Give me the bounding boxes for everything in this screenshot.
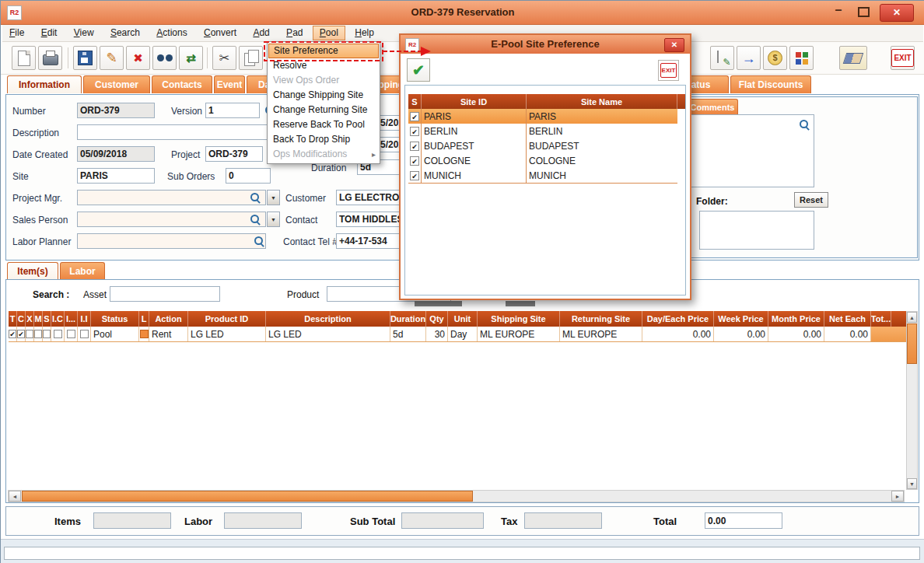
scroll-right-arrow[interactable]: ► xyxy=(891,491,904,502)
tab-items[interactable]: Item(s) xyxy=(7,262,58,280)
project-mgr-search-icon[interactable] xyxy=(250,192,261,203)
tab-information[interactable]: Information xyxy=(7,75,82,93)
sales-person-dropdown[interactable]: ▼ xyxy=(267,212,280,227)
description-field[interactable] xyxy=(77,124,271,140)
financial-button[interactable]: $ xyxy=(763,46,787,70)
row-checkbox-t[interactable]: ✔ xyxy=(9,330,16,338)
reset-button[interactable]: Reset xyxy=(794,192,828,208)
sub-orders-field[interactable] xyxy=(226,168,271,184)
site-checkbox[interactable]: ✔ xyxy=(410,156,419,166)
col-site-id[interactable]: Site ID xyxy=(422,94,527,109)
vertical-scroll-thumb[interactable] xyxy=(907,323,917,364)
site-checkbox[interactable]: ✔ xyxy=(410,171,419,180)
col-net-each[interactable]: Net Each xyxy=(824,311,871,327)
menu-item-resolve[interactable]: Resolve xyxy=(268,58,379,73)
site-row-berlin[interactable]: ✔ BERLIN BERLIN xyxy=(408,124,677,139)
dialog-exit-button[interactable]: EXIT xyxy=(658,60,679,81)
tax-field[interactable] xyxy=(524,512,602,529)
dialog-ok-button[interactable]: ✔ xyxy=(407,58,430,82)
scroll-up-arrow[interactable]: ▲ xyxy=(907,312,917,323)
sales-person-field[interactable] xyxy=(77,212,266,227)
col-month-price[interactable]: Month Price xyxy=(768,311,824,327)
delete-button[interactable]: ✖ xyxy=(126,46,150,70)
menu-pool[interactable]: Pool xyxy=(313,26,345,40)
menu-convert[interactable]: Convert xyxy=(197,26,243,40)
menu-item-back-to-drop-ship[interactable]: Back To Drop Ship xyxy=(268,132,379,147)
save-button[interactable] xyxy=(73,46,97,70)
labor-planner-search-icon[interactable] xyxy=(254,236,264,247)
col-duration[interactable]: Duration xyxy=(390,311,426,327)
transfer-button[interactable]: ⇄ xyxy=(179,46,203,70)
tab-labor[interactable]: Labor xyxy=(60,262,105,280)
col-status[interactable]: Status xyxy=(91,311,139,327)
project-field[interactable] xyxy=(205,146,263,162)
scroll-down-arrow[interactable]: ▼ xyxy=(907,478,917,489)
notes-button[interactable]: ✎ xyxy=(710,46,734,70)
version-field[interactable] xyxy=(205,103,260,118)
site-row-munich[interactable]: ✔ MUNICH MUNICH xyxy=(408,168,677,184)
col-product-id[interactable]: Product ID xyxy=(188,311,266,327)
col-day-each-price[interactable]: Day/Each Price xyxy=(642,311,714,327)
col-m[interactable]: M xyxy=(34,311,43,327)
tab-contacts[interactable]: Contacts xyxy=(152,75,212,93)
project-mgr-field[interactable] xyxy=(77,190,266,205)
col-shipping-site[interactable]: Shipping Site xyxy=(478,311,560,327)
site-row-budapest[interactable]: ✔ BUDAPEST BUDAPEST xyxy=(408,138,677,154)
menu-item-site-preference[interactable]: Site Preference xyxy=(268,44,379,58)
labor-planner-field[interactable] xyxy=(77,233,266,249)
network-button[interactable] xyxy=(789,46,814,70)
row-checkbox-ii[interactable] xyxy=(80,330,89,338)
menu-view[interactable]: View xyxy=(67,26,101,40)
site-checkbox[interactable]: ✔ xyxy=(410,127,419,136)
new-document-button[interactable] xyxy=(12,46,36,70)
maximize-button[interactable] xyxy=(852,2,872,19)
col-total[interactable]: Tot... xyxy=(871,311,891,327)
close-button[interactable]: ✕ xyxy=(880,4,914,22)
go-button[interactable]: → xyxy=(737,46,761,70)
menu-add[interactable]: Add xyxy=(246,26,276,40)
col-ic[interactable]: I.C xyxy=(51,311,65,327)
col-description[interactable]: Description xyxy=(266,311,390,327)
exit-button[interactable]: EXIT xyxy=(891,46,915,70)
print-button[interactable] xyxy=(38,46,62,70)
site-row-cologne[interactable]: ✔ COLOGNE COLOGNE xyxy=(408,153,677,169)
row-checkbox-i2[interactable] xyxy=(67,330,75,338)
scroll-left-arrow[interactable]: ◄ xyxy=(9,491,21,502)
vertical-scrollbar[interactable]: ▲ ▼ xyxy=(906,311,918,490)
tab-event[interactable]: Event xyxy=(214,75,245,93)
row-checkbox-x[interactable] xyxy=(26,330,33,338)
menu-search[interactable]: Search xyxy=(103,26,147,40)
project-mgr-dropdown[interactable]: ▼ xyxy=(267,190,280,205)
asset-search-input[interactable] xyxy=(110,286,220,302)
row-checkbox-ic[interactable] xyxy=(54,330,62,338)
col-returning-site[interactable]: Returning Site xyxy=(560,311,642,327)
comments-search-icon[interactable] xyxy=(799,119,810,130)
menu-help[interactable]: Help xyxy=(348,26,381,40)
col-c[interactable]: C xyxy=(17,311,26,327)
folder-textarea[interactable] xyxy=(699,211,814,250)
site-checkbox[interactable]: ✔ xyxy=(410,142,419,151)
col-ii[interactable]: I.I xyxy=(78,311,91,327)
menu-file[interactable]: File xyxy=(2,26,31,40)
table-row[interactable]: ✔ ✔ Pool Rent LG LED LG LED 5d 30 Day ML… xyxy=(9,327,908,342)
col-qty[interactable]: Qty xyxy=(426,311,448,327)
cut-button[interactable]: ✂ xyxy=(212,46,236,70)
col-selected[interactable]: S xyxy=(408,94,422,109)
site-field[interactable] xyxy=(77,168,155,184)
tab-flat-discounts[interactable]: Flat Discounts xyxy=(730,75,811,93)
sales-person-search-icon[interactable] xyxy=(250,214,261,225)
labor-total-field[interactable] xyxy=(224,512,302,529)
menu-item-reserve-back-to-pool[interactable]: Reserve Back To Pool xyxy=(268,117,379,132)
col-x[interactable]: X xyxy=(26,311,34,327)
find-button[interactable] xyxy=(152,46,177,70)
comments-textarea[interactable] xyxy=(684,114,814,187)
tab-customer[interactable]: Customer xyxy=(83,75,150,93)
horizontal-scroll-thumb[interactable] xyxy=(22,491,473,502)
dialog-close-button[interactable]: ✕ xyxy=(664,38,684,52)
col-week-price[interactable]: Week Price xyxy=(714,311,768,327)
eraser-button[interactable] xyxy=(839,46,867,70)
items-total-field[interactable] xyxy=(93,512,171,529)
col-t[interactable]: T xyxy=(9,311,17,327)
menu-item-change-returning-site[interactable]: Change Returning Site xyxy=(268,103,379,117)
date-created-field[interactable] xyxy=(77,146,155,162)
